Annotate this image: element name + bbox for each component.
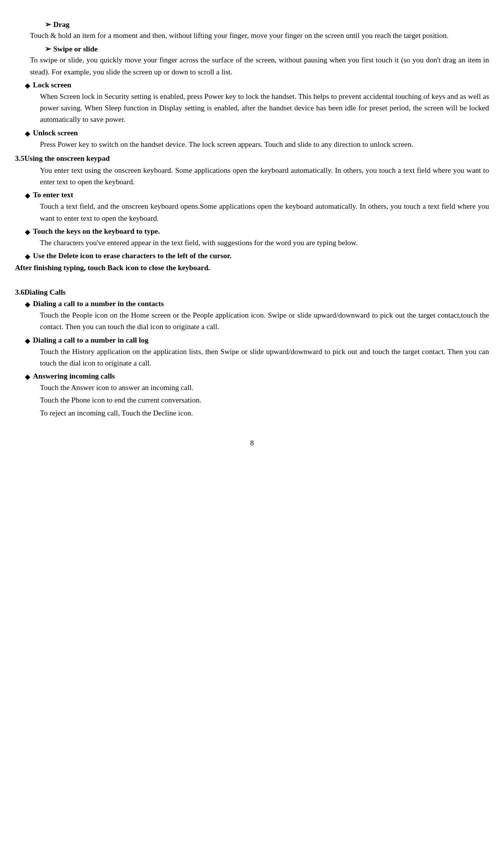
enter-text-section: To enter text Touch a text field, and th…	[15, 191, 489, 224]
lock-screen-body: When Screen lock in Security setting is …	[15, 91, 489, 126]
swipe-heading: Swipe or slide	[15, 44, 489, 53]
dialing-calllog-body: Touch the History application on the app…	[15, 346, 489, 370]
enter-text-body: Touch a text field, and the onscreen key…	[15, 201, 489, 224]
swipe-body: To swipe or slide, you quickly move your…	[15, 54, 489, 78]
drag-section: Drag Touch & hold an item for a moment a…	[15, 20, 489, 41]
unlock-screen-heading: Unlock screen	[15, 129, 489, 138]
section36: 3.6Dialing Calls	[15, 288, 489, 297]
drag-body: Touch & hold an item for a moment and th…	[15, 30, 489, 41]
delete-heading: Use the Delete icon to erase characters …	[15, 252, 489, 261]
section36-heading: 3.6Dialing Calls	[15, 288, 489, 297]
dialing-calllog-heading: Dialing a call to a number in call log	[15, 336, 489, 345]
dialing-calllog-label: Dialing a call to a number in call log	[33, 336, 148, 345]
lock-screen-section: Lock screen When Screen lock in Security…	[15, 81, 489, 126]
answering-line3: To reject an incoming call, Touch the De…	[15, 408, 489, 419]
page-number: 8	[15, 439, 489, 447]
touch-keys-section: Touch the keys on the keyboard to type. …	[15, 227, 489, 249]
lock-screen-heading: Lock screen	[15, 81, 489, 90]
dialing-contacts-label: Dialing a call to a number in the contac…	[33, 300, 164, 308]
unlock-screen-section: Unlock screen Press Power key to switch …	[15, 129, 489, 150]
answering-label: Answering incoming calls	[33, 372, 115, 381]
enter-text-heading: To enter text	[15, 191, 489, 200]
dialing-calllog-section: Dialing a call to a number in call log T…	[15, 336, 489, 370]
dialing-contacts-section: Dialing a call to a number in the contac…	[15, 300, 489, 333]
answering-line1: Touch the Answer icon to answer an incom…	[15, 382, 489, 394]
answering-line2: Touch the Phone icon to end the current …	[15, 395, 489, 406]
swipe-section: Swipe or slide To swipe or slide, you qu…	[15, 44, 489, 78]
delete-section: Use the Delete icon to erase characters …	[15, 252, 489, 261]
lock-screen-label: Lock screen	[33, 81, 71, 89]
answering-section: Answering incoming calls Touch the Answe…	[15, 372, 489, 419]
drag-heading: Drag	[15, 20, 489, 29]
section35-body: You enter text using the onscreen keyboa…	[15, 165, 489, 188]
dialing-contacts-heading: Dialing a call to a number in the contac…	[15, 300, 489, 309]
unlock-screen-body: Press Power key to switch on the handset…	[15, 139, 489, 150]
section35: 3.5Using the onscreen keypad You enter t…	[15, 154, 489, 188]
page: Drag Touch & hold an item for a moment a…	[0, 0, 504, 850]
touch-keys-heading: Touch the keys on the keyboard to type.	[15, 227, 489, 236]
enter-text-label: To enter text	[33, 191, 73, 199]
delete-label: Use the Delete icon to erase characters …	[33, 252, 232, 260]
back-line: After finishing typing, touch Back icon …	[15, 264, 489, 272]
dialing-contacts-body: Touch the People icon on the Home screen…	[15, 310, 489, 333]
section35-heading: 3.5Using the onscreen keypad	[15, 154, 489, 163]
unlock-screen-label: Unlock screen	[33, 129, 78, 137]
touch-keys-body: The characters you've entered appear in …	[15, 237, 489, 249]
touch-keys-label: Touch the keys on the keyboard to type.	[33, 227, 160, 236]
answering-heading: Answering incoming calls	[15, 372, 489, 381]
back-section: After finishing typing, touch Back icon …	[15, 264, 489, 272]
